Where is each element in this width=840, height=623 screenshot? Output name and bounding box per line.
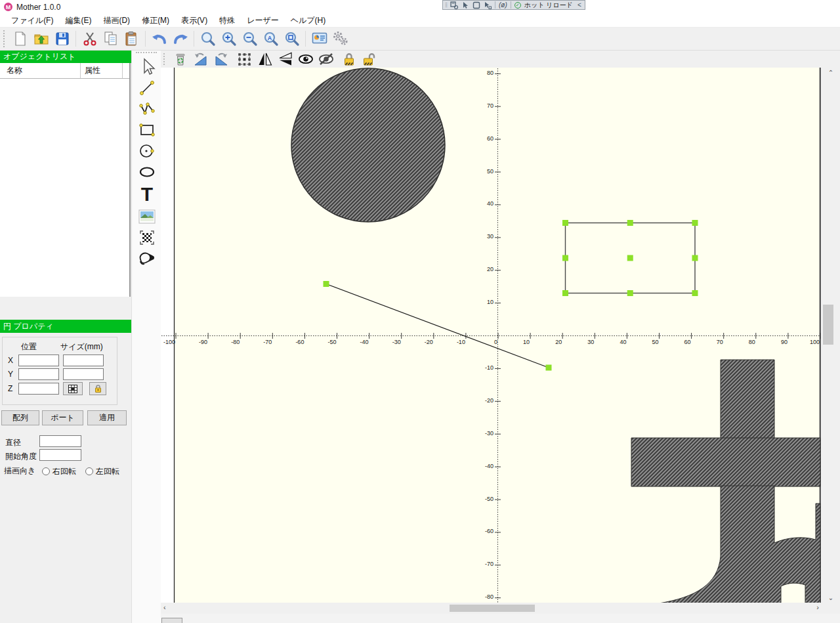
rotate-right-button[interactable]	[212, 51, 230, 67]
select-widget-mode-icon[interactable]	[461, 1, 469, 9]
image-tool-button[interactable]	[132, 207, 161, 226]
ellipse-tool-button[interactable]	[132, 162, 161, 182]
undo-button[interactable]	[150, 30, 169, 49]
object-list[interactable]: 名称 属性	[0, 63, 131, 297]
svg-text:-50: -50	[327, 339, 336, 345]
ccw-radio-circle[interactable]	[85, 467, 93, 475]
svg-text:30: 30	[587, 339, 594, 345]
zoom-rect-button[interactable]	[282, 30, 301, 49]
port-button[interactable]: ポート	[42, 410, 83, 425]
ccw-radio-label: 左回転	[96, 467, 119, 476]
vertical-scrollbar[interactable]: ⌃ ⌄	[822, 68, 840, 603]
cw-radio-circle[interactable]	[42, 467, 50, 475]
save-file-button[interactable]	[52, 30, 72, 49]
cw-radio[interactable]: 右回転	[42, 465, 76, 477]
line-tool-button[interactable]	[132, 78, 161, 98]
start-angle-input[interactable]	[39, 449, 81, 461]
vertical-scroll-thumb[interactable]	[823, 305, 833, 345]
menu-file[interactable]: ファイル(F)	[5, 14, 59, 28]
aspect-lock-button[interactable]	[89, 382, 106, 395]
collapse-debugbar-button[interactable]: <	[578, 1, 581, 9]
rotate-left-button[interactable]	[192, 51, 209, 67]
hide-object-button[interactable]	[317, 51, 335, 67]
polyline-tool-button[interactable]	[132, 99, 161, 119]
settings-gears-button[interactable]	[331, 30, 350, 49]
y-position-input[interactable]	[18, 368, 59, 380]
toolbar-grip[interactable]	[163, 53, 166, 65]
grid-snap-button[interactable]	[63, 382, 83, 395]
rotate-left-icon	[193, 51, 209, 67]
qr-code-tool-button[interactable]	[132, 228, 161, 247]
flip-vertical-button[interactable]	[276, 51, 294, 67]
position-label: 位置	[21, 341, 37, 353]
widget-inspector-icon[interactable]	[450, 1, 458, 9]
show-object-button[interactable]	[297, 51, 314, 67]
flip-horizontal-button[interactable]	[256, 51, 274, 67]
rectangle-tool-button[interactable]	[132, 120, 161, 140]
redo-button[interactable]	[171, 30, 190, 49]
open-file-button[interactable]	[32, 30, 51, 49]
svg-text:-30: -30	[485, 430, 494, 437]
slow-animations-icon[interactable]: (ø)	[499, 1, 507, 9]
y-size-input[interactable]	[63, 368, 104, 380]
canvas-viewport[interactable]: -100-90-80-70-60-50-40-30-20-10010203040…	[161, 68, 840, 623]
scroll-up-arrow[interactable]: ⌃	[822, 69, 840, 76]
svg-text:20: 20	[487, 266, 494, 272]
selection-handles-icon	[236, 51, 253, 68]
hot-reload-button[interactable]: ホット リロード	[524, 1, 573, 10]
menu-view[interactable]: 表示(V)	[175, 14, 213, 28]
properties-header: 円 プロパティ	[0, 320, 131, 333]
debug-paint-icon[interactable]	[472, 1, 480, 9]
unlock-button[interactable]	[360, 51, 378, 67]
circle-tool-button[interactable]	[132, 141, 161, 161]
drawing-canvas[interactable]: -100-90-80-70-60-50-40-30-20-10010203040…	[161, 68, 822, 603]
zoom-button[interactable]	[198, 30, 217, 49]
zoom-out-button[interactable]	[240, 30, 259, 49]
menu-laser[interactable]: レーザー	[241, 14, 285, 28]
select-tool-button[interactable]	[132, 57, 161, 77]
zoom-all-button[interactable]: A	[261, 30, 280, 49]
copy-button[interactable]	[101, 30, 120, 49]
fill-tool-button[interactable]	[132, 249, 161, 269]
menu-edit[interactable]: 編集(E)	[59, 14, 97, 28]
toolbar-grip[interactable]	[3, 30, 7, 47]
menu-modify[interactable]: 修正(M)	[136, 14, 175, 28]
column-name[interactable]: 名称	[0, 65, 80, 76]
palette-grip[interactable]	[136, 52, 157, 54]
repaint-rainbow-icon[interactable]	[484, 1, 492, 9]
text-tool-button[interactable]: T	[132, 183, 161, 205]
scroll-down-arrow[interactable]: ⌄	[822, 594, 840, 601]
cut-button[interactable]	[80, 30, 99, 49]
z-position-input[interactable]	[18, 383, 59, 395]
menu-special[interactable]: 特殊	[213, 14, 241, 28]
paste-button[interactable]	[122, 30, 141, 49]
svg-text:-50: -50	[485, 496, 494, 502]
svg-text:60: 60	[684, 339, 691, 345]
drag-grip-icon[interactable]: ⁞⁞	[445, 2, 447, 9]
delete-button[interactable]	[171, 51, 189, 67]
svg-text:-70: -70	[485, 561, 494, 567]
array-button[interactable]: 配列	[1, 410, 39, 425]
horizontal-scrollbar[interactable]: ‹ ›	[161, 603, 822, 614]
diameter-input[interactable]	[39, 435, 81, 447]
new-file-button[interactable]	[10, 30, 30, 49]
apply-button[interactable]: 適用	[87, 410, 127, 425]
scroll-right-arrow[interactable]: ›	[816, 603, 819, 611]
main-toolbar: A	[0, 28, 840, 51]
clipped-bottom-button[interactable]	[161, 618, 182, 623]
cw-radio-label: 右回転	[52, 467, 76, 476]
menu-draw[interactable]: 描画(D)	[97, 14, 136, 28]
ccw-radio[interactable]: 左回転	[85, 465, 119, 477]
column-attr[interactable]: 属性	[80, 63, 122, 78]
display-settings-button[interactable]	[310, 30, 329, 49]
menu-help[interactable]: ヘルプ(H)	[285, 14, 332, 28]
diameter-label: 直径	[5, 437, 21, 448]
lock-button[interactable]	[340, 51, 358, 67]
select-handles-button[interactable]	[236, 51, 253, 67]
direction-label: 描画向き	[4, 465, 35, 477]
zoom-in-button[interactable]	[219, 30, 238, 49]
x-size-input[interactable]	[63, 354, 104, 366]
scroll-left-arrow[interactable]: ‹	[163, 603, 166, 611]
horizontal-scroll-thumb[interactable]	[450, 605, 535, 612]
x-position-input[interactable]	[18, 354, 59, 366]
